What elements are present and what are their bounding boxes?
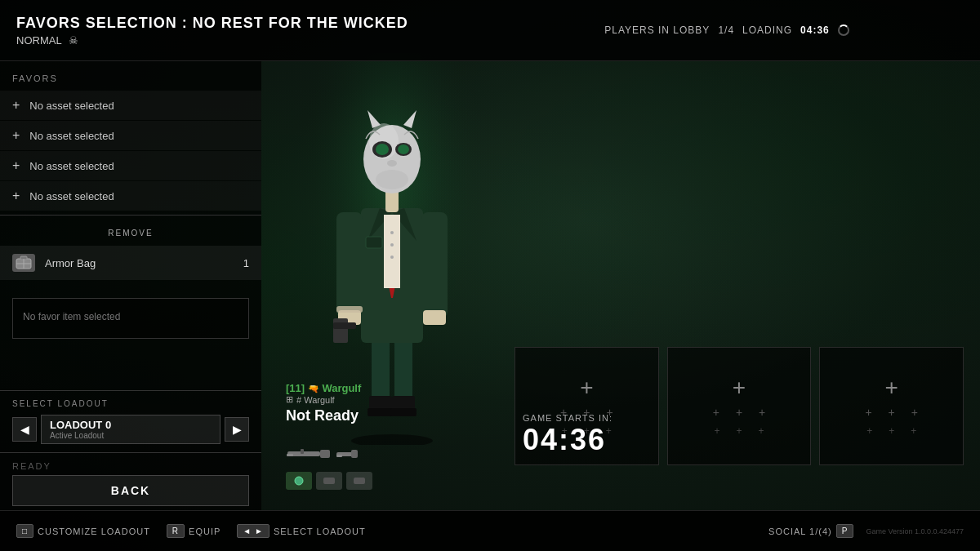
armor-bag-name: Armor Bag [45,257,243,269]
lobby-info: PLAYERS IN LOBBY 1/4 LOADING 04:36 [490,24,964,36]
remove-section: REMOVE [0,220,261,244]
svg-rect-49 [354,478,365,484]
svg-point-18 [390,243,394,247]
loadout-next-button[interactable]: ▶ [225,417,249,442]
favor-text-1: No asset selected [29,100,114,112]
no-favor-text: No favor item selected [23,311,120,322]
armor-bag-count: 1 [243,257,249,269]
player-slot-4[interactable]: + + + + + + + [819,347,964,465]
svg-point-37 [376,144,389,155]
svg-rect-22 [421,212,448,318]
loading-label: LOADING [742,24,792,36]
remove-label: REMOVE [108,229,153,238]
select-key: ◄ ► [237,524,270,538]
loadout-name-box: LOADOUT 0 Active Loadout [41,415,220,444]
favor-item-3[interactable]: + No asset selected [0,151,261,180]
customize-label: CUSTOMIZE LOADOUT [38,527,150,536]
add-player-plus-3: + [733,376,746,399]
plus-icon-2: + [12,128,20,143]
char-tag: ⊞ # Wargulf [286,394,498,405]
ready-section: READY BACK [0,452,261,510]
back-button[interactable]: BACK [12,475,249,506]
top-bar-center: PLAYERS IN LOBBY 1/4 LOADING 04:36 [490,24,964,36]
svg-rect-25 [336,306,363,313]
item-slot-2 [316,472,342,490]
lobby-label: PLAYERS IN LOBBY [604,24,710,36]
svg-rect-26 [333,318,348,343]
loadout-name: LOADOUT 0 [50,419,212,431]
page-title: FAVORS SELECTION : NO REST FOR THE WICKE… [16,15,490,32]
social-label: SOCIAL 1/(4) [768,527,832,536]
version-label: Game Version 1.0.0.0.424477 [866,527,964,535]
select-loadout-hint: ◄ ► SELECT LOADOUT [237,524,365,538]
character-info: [11] 🔫 Wargulf ⊞ # Wargulf Not Ready [286,382,498,424]
equip-label: EQUIP [189,527,220,536]
subtitle-line: NORMAL ☠ [16,34,490,47]
svg-rect-27 [333,322,356,329]
loadout-section-label: SELECT LOADOUT [12,399,249,408]
no-favor-box: No favor item selected [12,298,249,339]
skull-icon: ☠ [69,34,78,47]
game-starts-timer: 04:36 [523,423,612,457]
char-level: [11] 🔫 Wargulf [286,382,498,394]
plus-icon-4: + [12,189,20,203]
equip-hint: R EQUIP [167,524,220,538]
svg-point-17 [390,231,394,234]
favor-text-2: No asset selected [29,130,114,142]
loading-time: 04:36 [800,24,830,36]
armor-bag-row[interactable]: Armor Bag 1 [0,246,261,280]
svg-point-47 [295,477,303,485]
ready-label: READY [12,461,249,471]
svg-rect-21 [336,212,363,318]
loadout-section: SELECT LOADOUT ◀ LOADOUT 0 Active Loadou… [0,390,261,452]
social-key: P [836,524,854,538]
slot-bottom-row-3: + + + [714,425,764,437]
item-slot-3 [346,472,372,490]
left-panel: FAVORS + No asset selected + No asset se… [0,61,261,510]
divider-1 [0,215,261,216]
svg-point-38 [398,144,409,154]
svg-point-19 [390,256,394,259]
select-label: SELECT LOADOUT [274,527,366,536]
game-starts-label: GAME STARTS IN: [523,413,612,423]
svg-point-35 [387,160,397,167]
customize-key: □ [16,524,33,538]
player-slot-3[interactable]: + + + + + + + [667,347,812,465]
loadout-selector: ◀ LOADOUT 0 Active Loadout ▶ [12,415,249,444]
favor-item-4[interactable]: + No asset selected [0,181,261,211]
slot-bottom-row-4: + + + [866,425,916,437]
favor-item-1[interactable]: + No asset selected [0,91,261,120]
plus-icon-3: + [12,158,20,173]
favors-label: FAVORS [0,69,261,90]
plus-icon-1: + [12,98,20,113]
item-slot-1 [286,472,312,490]
spacer [0,347,261,390]
loadout-prev-button[interactable]: ◀ [12,417,37,442]
svg-rect-24 [423,310,446,325]
svg-rect-20 [366,237,382,248]
svg-rect-45 [351,450,358,458]
svg-rect-41 [320,450,330,458]
loadout-sub: Active Loadout [50,431,212,440]
favor-text-3: No asset selected [29,160,114,172]
bottom-right: SOCIAL 1/(4) P Game Version 1.0.0.0.4244… [768,524,964,538]
slot-add-row-4: + + + [865,406,918,419]
favor-text-4: No asset selected [29,190,114,202]
svg-rect-48 [323,478,335,484]
svg-rect-16 [384,215,400,288]
char-status: Not Ready [286,407,498,424]
game-starts: GAME STARTS IN: 04:36 [523,413,612,457]
svg-rect-46 [336,455,342,457]
character-area: [11] 🔫 Wargulf ⊞ # Wargulf Not Ready [261,61,980,510]
difficulty-label: NORMAL [16,34,62,47]
weapons-row [286,447,498,461]
svg-point-36 [376,170,408,189]
favor-item-2[interactable]: + No asset selected [0,121,261,150]
add-player-plus-2: + [580,376,593,399]
favors-section: FAVORS + No asset selected + No asset se… [0,61,261,290]
armor-bag-icon [12,254,35,272]
weapon-slots [286,472,498,490]
lobby-count: 1/4 [718,24,734,36]
svg-rect-42 [287,454,293,456]
top-bar-left: FAVORS SELECTION : NO REST FOR THE WICKE… [16,15,490,47]
